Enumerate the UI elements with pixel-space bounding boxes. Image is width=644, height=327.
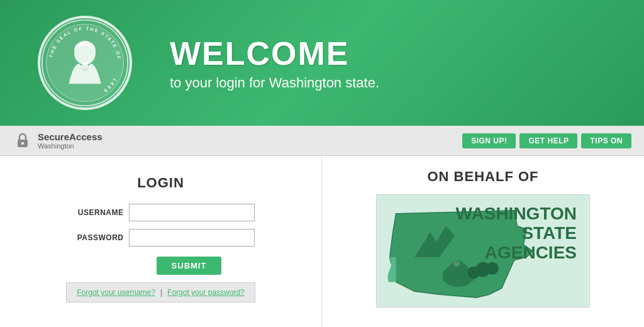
agency-line1: WASHINGTON (456, 204, 577, 224)
navbar: SecureAccess Washington SIGN UP! GET HEL… (0, 126, 644, 156)
washington-state-graphic: WASHINGTON STATE AGENCIES (376, 194, 590, 308)
svg-point-7 (21, 142, 24, 145)
gethelp-button[interactable]: GET HELP (519, 133, 577, 148)
forgot-password-link[interactable]: Forgot your password? (167, 288, 245, 297)
username-label: USERNAME (67, 208, 124, 217)
svg-point-17 (486, 262, 499, 275)
welcome-subtitle: to your login for Washington state. (170, 75, 606, 91)
nav-button-group: SIGN UP! GET HELP TIPS ON (462, 133, 631, 148)
main-content: LOGIN USERNAME PASSWORD SUBMIT Forgot yo… (0, 156, 644, 327)
page-header: THE SEAL OF THE STATE OF WASHINGTON 1889… (0, 0, 644, 126)
forgot-links-bar: Forgot your username? | Forgot your pass… (66, 282, 255, 302)
password-input[interactable] (129, 229, 255, 247)
onbehalf-section: ON BEHALF OF (322, 156, 644, 327)
login-title: LOGIN (137, 175, 184, 191)
brand-washington-label: Washington (38, 142, 103, 150)
lock-icon (13, 131, 33, 151)
svg-rect-5 (82, 62, 87, 67)
username-group: USERNAME (25, 204, 296, 221)
agency-line3: AGENCIES (456, 243, 577, 263)
forgot-separator: | (160, 288, 162, 297)
forgot-username-link[interactable]: Forgot your username? (77, 288, 155, 297)
tipson-button[interactable]: TIPS ON (581, 133, 631, 148)
washington-state-seal: THE SEAL OF THE STATE OF WASHINGTON 1889 (38, 16, 132, 110)
onbehalf-title: ON BEHALF OF (428, 169, 539, 185)
agency-overlay-text: WASHINGTON STATE AGENCIES (456, 204, 577, 262)
password-label: PASSWORD (67, 233, 124, 242)
login-section: LOGIN USERNAME PASSWORD SUBMIT Forgot yo… (0, 156, 322, 327)
password-group: PASSWORD (25, 229, 296, 247)
username-input[interactable] (129, 204, 255, 221)
agency-line2: STATE (456, 224, 577, 243)
brand-secure-access: SecureAccess (38, 131, 103, 143)
brand-logo: SecureAccess Washington (13, 131, 103, 151)
signup-button[interactable]: SIGN UP! (462, 133, 516, 148)
brand-text: SecureAccess Washington (38, 131, 103, 150)
submit-button[interactable]: SUBMIT (157, 257, 222, 275)
welcome-title: WELCOME (170, 35, 606, 72)
svg-point-16 (467, 267, 480, 279)
header-text-block: WELCOME to your login for Washington sta… (170, 35, 606, 91)
